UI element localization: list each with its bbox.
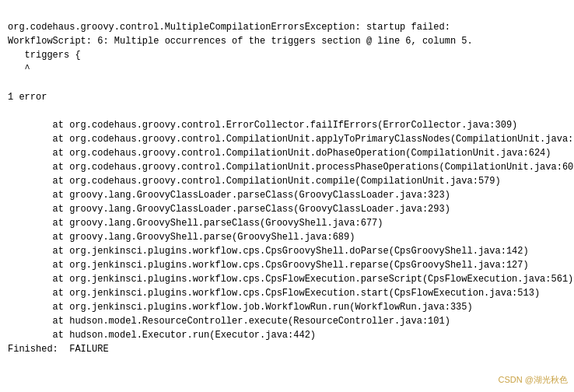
console-line	[8, 76, 566, 90]
watermark-text: CSDN @湖光秋色	[499, 375, 568, 384]
console-line: at hudson.model.ResourceController.execu…	[8, 314, 566, 328]
console-line: at org.codehaus.groovy.control.Compilati…	[8, 174, 566, 188]
console-line: at org.codehaus.groovy.control.ErrorColl…	[8, 118, 566, 132]
console-line: at org.jenkinsci.plugins.workflow.cps.Cp…	[8, 286, 566, 300]
console-line: at org.codehaus.groovy.control.Compilati…	[8, 146, 566, 160]
console-line: 1 error	[8, 90, 566, 104]
console-line: WorkflowScript: 6: Multiple occurrences …	[8, 34, 566, 48]
console-line: at org.jenkinsci.plugins.workflow.cps.Cp…	[8, 272, 566, 286]
console-line: triggers {	[8, 48, 566, 62]
console-line: at hudson.model.Executor.run(Executor.ja…	[8, 328, 566, 342]
console-output: org.codehaus.groovy.control.MultipleComp…	[8, 6, 566, 356]
console-line: at org.jenkinsci.plugins.workflow.cps.Cp…	[8, 244, 566, 258]
console-line: at org.jenkinsci.plugins.workflow.job.Wo…	[8, 300, 566, 314]
console-line: Finished: FAILURE	[8, 342, 566, 356]
watermark: CSDN @湖光秋色	[499, 374, 568, 386]
console-line: ^	[8, 62, 566, 76]
console-line: org.codehaus.groovy.control.MultipleComp…	[8, 20, 566, 34]
console-line	[8, 104, 566, 118]
console-line: at groovy.lang.GroovyShell.parseClass(Gr…	[8, 216, 566, 230]
console-line: at org.jenkinsci.plugins.workflow.cps.Cp…	[8, 258, 566, 272]
console-line: at org.codehaus.groovy.control.Compilati…	[8, 132, 566, 146]
console-line: at groovy.lang.GroovyClassLoader.parseCl…	[8, 188, 566, 202]
console-line: at groovy.lang.GroovyClassLoader.parseCl…	[8, 202, 566, 216]
console-line: at groovy.lang.GroovyShell.parse(GroovyS…	[8, 230, 566, 244]
console-line: at org.codehaus.groovy.control.Compilati…	[8, 160, 566, 174]
